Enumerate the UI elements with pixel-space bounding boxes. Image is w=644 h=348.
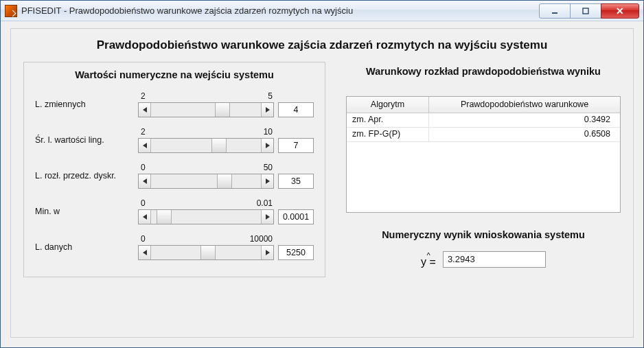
chevron-right-icon	[266, 178, 270, 184]
minimize-icon	[551, 7, 559, 15]
chevron-left-icon	[143, 107, 147, 113]
input-controls: 0100005250	[138, 234, 314, 260]
slider[interactable]	[138, 209, 274, 224]
close-button[interactable]: ✕	[601, 3, 639, 19]
svg-marker-10	[143, 250, 147, 255]
svg-marker-8	[143, 214, 147, 220]
slider-step-right[interactable]	[261, 103, 273, 117]
app-window: PFISEDIT - Prawdopodobieństwo warunkowe …	[0, 0, 644, 348]
input-controls: 05035	[138, 163, 314, 189]
slider[interactable]	[138, 245, 274, 260]
input-row: Min. w00.010.0001	[35, 196, 314, 227]
table-row[interactable]: zm. Apr.0.3492	[347, 113, 620, 128]
distribution-title: Warunkowy rozkład prawdopodobieństwa wyn…	[346, 66, 621, 77]
value-input[interactable]: 35	[278, 174, 314, 189]
slider-track[interactable]	[151, 103, 261, 117]
range-max: 5	[268, 91, 273, 101]
range-max: 50	[264, 163, 273, 172]
input-label: L. zmiennych	[35, 100, 138, 109]
table-header: Algorytm Prawdopodobieństwo warunkowe	[347, 97, 620, 113]
svg-marker-6	[143, 178, 147, 184]
table-row[interactable]: zm. FP-G(P)0.6508	[347, 128, 620, 142]
value-input[interactable]: 0.0001	[278, 209, 314, 224]
slider-thumb[interactable]	[215, 103, 230, 117]
result-line: ^ y = 3.2943	[346, 251, 621, 268]
th-algorithm: Algorytm	[347, 97, 429, 113]
input-row: Śr. l. wartości ling.2107	[35, 124, 314, 156]
window-title: PFISEDIT - Prawdopodobieństwo warunkowe …	[21, 5, 540, 16]
svg-marker-5	[266, 143, 270, 148]
svg-rect-0	[552, 12, 557, 14]
client-area: Prawdopodobieństwo warunkowe zajścia zda…	[1, 21, 643, 347]
chevron-left-icon	[143, 143, 147, 148]
chevron-left-icon	[143, 178, 147, 184]
range-labels: 050	[138, 163, 314, 174]
slider-step-left[interactable]	[139, 139, 151, 152]
value-input[interactable]: 5250	[278, 245, 314, 260]
page-title: Prawdopodobieństwo warunkowe zajścia zda…	[23, 38, 621, 52]
minimize-button[interactable]	[539, 3, 571, 19]
slider[interactable]	[138, 102, 274, 117]
probability-table: Algorytm Prawdopodobieństwo warunkowe zm…	[346, 96, 621, 213]
result-output: 3.2943	[443, 251, 546, 268]
slider-step-left[interactable]	[139, 246, 151, 259]
maximize-icon	[582, 7, 590, 15]
maximize-button[interactable]	[570, 3, 601, 19]
range-min: 0	[141, 163, 146, 172]
slider-step-left[interactable]	[139, 103, 151, 117]
slider-thumb[interactable]	[157, 210, 172, 224]
slider-track[interactable]	[151, 246, 261, 259]
cell-probability: 0.6508	[429, 128, 620, 141]
result-title: Numeryczny wynik wnioskowania systemu	[346, 229, 621, 240]
svg-rect-1	[583, 8, 588, 14]
range-labels: 00.01	[138, 198, 314, 209]
columns: Wartości numeryczne na wejściu systemu L…	[23, 62, 621, 277]
chevron-right-icon	[266, 214, 270, 220]
cell-algorithm: zm. FP-G(P)	[347, 128, 429, 141]
value-input[interactable]: 7	[278, 138, 314, 153]
chevron-right-icon	[266, 107, 270, 113]
th-probability: Prawdopodobieństwo warunkowe	[429, 97, 620, 113]
main-panel: Prawdopodobieństwo warunkowe zajścia zda…	[10, 28, 634, 338]
cell-probability: 0.3492	[429, 113, 620, 127]
svg-marker-9	[266, 214, 270, 220]
range-min: 2	[141, 91, 146, 101]
range-min: 2	[141, 127, 146, 137]
app-icon	[5, 5, 17, 17]
table-body: zm. Apr.0.3492zm. FP-G(P)0.6508	[347, 113, 620, 212]
range-min: 0	[141, 198, 146, 208]
range-labels: 210	[138, 127, 314, 138]
range-max: 0.01	[257, 198, 273, 208]
slider-step-right[interactable]	[261, 139, 273, 152]
close-icon: ✕	[616, 5, 624, 16]
svg-marker-11	[266, 250, 270, 255]
range-labels: 010000	[138, 234, 314, 245]
titlebar[interactable]: PFISEDIT - Prawdopodobieństwo warunkowe …	[1, 1, 643, 21]
range-min: 0	[141, 234, 146, 244]
window-controls: ✕	[540, 3, 639, 19]
slider[interactable]	[138, 138, 274, 153]
input-row: L. danych0100005250	[35, 231, 314, 263]
slider-step-right[interactable]	[261, 174, 273, 188]
slider-thumb[interactable]	[217, 174, 232, 188]
input-controls: 254	[138, 91, 314, 117]
slider-step-right[interactable]	[261, 210, 273, 224]
range-max: 10000	[250, 234, 273, 244]
slider-thumb[interactable]	[211, 139, 227, 152]
value-input[interactable]: 4	[278, 102, 314, 117]
slider-step-left[interactable]	[139, 210, 151, 224]
inputs-group-title: Wartości numeryczne na wejściu systemu	[35, 69, 314, 80]
slider-track[interactable]	[151, 174, 261, 188]
input-label: L. danych	[35, 242, 138, 252]
svg-marker-4	[143, 143, 147, 148]
cell-algorithm: zm. Apr.	[347, 113, 429, 127]
chevron-left-icon	[143, 214, 147, 220]
slider-track[interactable]	[151, 139, 261, 152]
slider[interactable]	[138, 174, 274, 189]
results-column: Warunkowy rozkład prawdopodobieństwa wyn…	[346, 62, 621, 268]
slider-thumb[interactable]	[200, 246, 216, 259]
slider-step-right[interactable]	[261, 246, 273, 259]
slider-step-left[interactable]	[139, 174, 151, 188]
slider-track[interactable]	[151, 210, 261, 224]
chevron-left-icon	[143, 250, 147, 255]
